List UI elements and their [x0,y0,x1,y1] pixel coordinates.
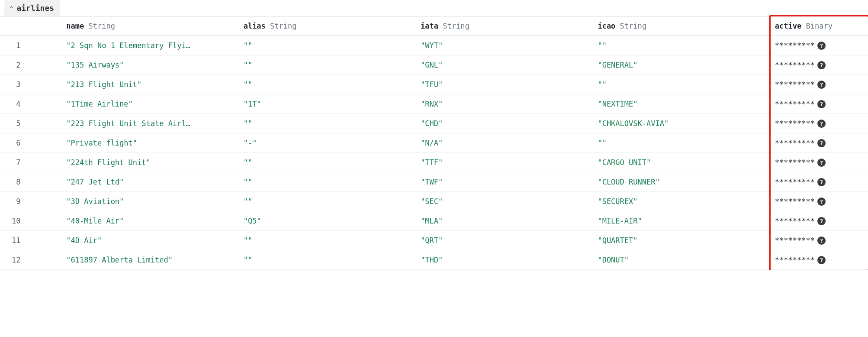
cell-active[interactable]: *********? [771,36,868,55]
cell-iata[interactable]: "RNX" [416,94,593,114]
cell-name[interactable]: "213 Flight Unit" [62,75,239,94]
cell-iata[interactable]: "TTF" [416,153,593,172]
help-icon[interactable]: ? [817,61,826,69]
cell-active[interactable]: *********? [771,75,868,94]
cell-name[interactable]: "223 Flight Unit State Airl… [62,114,239,133]
cell-iata[interactable]: "N/A" [416,133,593,153]
cell-iata[interactable]: "TWF" [416,172,593,192]
cell-icao[interactable]: "CLOUD RUNNER" [593,172,770,192]
spacer-cell [26,231,62,250]
spacer-cell [26,133,62,153]
cell-icao[interactable]: "NEXTIME" [593,94,770,114]
column-header-alias[interactable]: alias String [239,16,416,36]
cell-name[interactable]: "1Time Airline" [62,94,239,114]
cell-name[interactable]: "2 Sqn No 1 Elementary Flyi… [62,36,239,55]
table-row[interactable]: 2"135 Airways""""GNL""GENERAL"*********? [0,55,868,75]
row-number: 6 [0,133,26,153]
cell-active[interactable]: *********? [771,153,868,172]
cell-alias[interactable]: "" [239,36,416,55]
cell-active[interactable]: *********? [771,114,868,133]
cell-iata[interactable]: "THD" [416,250,593,270]
column-header-name[interactable]: name String [62,16,239,36]
table-row[interactable]: 12"611897 Alberta Limited""""THD""DONUT"… [0,250,868,270]
cell-iata[interactable]: "GNL" [416,55,593,75]
cell-active[interactable]: *********? [771,231,868,250]
cell-alias[interactable]: "" [239,114,416,133]
masked-value: ********* [775,256,815,264]
table-row[interactable]: 10"40-Mile Air""Q5""MLA""MILE-AIR"******… [0,211,868,231]
help-icon[interactable]: ? [817,237,826,245]
column-header-active[interactable]: active Binary [771,16,868,36]
spacer-cell [26,192,62,211]
table-row[interactable]: 1"2 Sqn No 1 Elementary Flyi…"""WYT"""**… [0,36,868,55]
help-icon[interactable]: ? [817,139,826,147]
cell-iata[interactable]: "SEC" [416,192,593,211]
cell-iata[interactable]: "TFU" [416,75,593,94]
help-icon[interactable]: ? [817,159,826,167]
cell-alias[interactable]: "" [239,75,416,94]
cell-alias[interactable]: "" [239,250,416,270]
help-icon[interactable]: ? [817,100,826,108]
column-header-iata[interactable]: iata String [416,16,593,36]
help-icon[interactable]: ? [817,42,826,50]
cell-icao[interactable]: "SECUREX" [593,192,770,211]
cell-alias[interactable]: "Q5" [239,211,416,231]
cell-iata[interactable]: "CHD" [416,114,593,133]
help-icon[interactable]: ? [817,198,826,206]
cell-alias[interactable]: "" [239,172,416,192]
cell-icao[interactable]: "GENERAL" [593,55,770,75]
cell-icao[interactable]: "" [593,36,770,55]
table-row[interactable]: 7"224th Flight Unit""""TTF""CARGO UNIT"*… [0,153,868,172]
help-icon[interactable]: ? [817,81,826,89]
table-row[interactable]: 6"Private flight""-""N/A"""*********? [0,133,868,153]
spacer-cell [26,250,62,270]
cell-active[interactable]: *********? [771,211,868,231]
help-icon[interactable]: ? [817,217,826,225]
cell-alias[interactable]: "" [239,192,416,211]
cell-icao[interactable]: "DONUT" [593,250,770,270]
cell-active[interactable]: *********? [771,250,868,270]
cell-icao[interactable]: "CHKALOVSK-AVIA" [593,114,770,133]
cell-active[interactable]: *********? [771,94,868,114]
cell-alias[interactable]: "" [239,153,416,172]
cell-iata[interactable]: "MLA" [416,211,593,231]
cell-active[interactable]: *********? [771,55,868,75]
masked-value: ********* [775,80,815,89]
table-row[interactable]: 11"4D Air""""QRT""QUARTET"*********? [0,231,868,250]
spacer-cell [26,55,62,75]
cell-name[interactable]: "40-Mile Air" [62,211,239,231]
table-row[interactable]: 9"3D Aviation""""SEC""SECUREX"*********? [0,192,868,211]
spacer-cell [26,172,62,192]
cell-name[interactable]: "611897 Alberta Limited" [62,250,239,270]
cell-icao[interactable]: "QUARTET" [593,231,770,250]
cell-active[interactable]: *********? [771,133,868,153]
cell-active[interactable]: *********? [771,192,868,211]
cell-iata[interactable]: "QRT" [416,231,593,250]
cell-name[interactable]: "135 Airways" [62,55,239,75]
table-row[interactable]: 3"213 Flight Unit""""TFU"""*********? [0,75,868,94]
cell-alias[interactable]: "" [239,55,416,75]
table-row[interactable]: 5"223 Flight Unit State Airl…"""CHD""CHK… [0,114,868,133]
cell-active[interactable]: *********? [771,172,868,192]
cell-name[interactable]: "4D Air" [62,231,239,250]
help-icon[interactable]: ? [817,178,826,186]
cell-iata[interactable]: "WYT" [416,36,593,55]
cell-alias[interactable]: "1T" [239,94,416,114]
column-header-icao[interactable]: icao String [593,16,770,36]
row-number: 7 [0,153,26,172]
help-icon[interactable]: ? [817,256,826,264]
cell-icao[interactable]: "" [593,133,770,153]
table-title[interactable]: ⌃ airlines [4,0,60,16]
cell-icao[interactable]: "CARGO UNIT" [593,153,770,172]
table-row[interactable]: 4"1Time Airline""1T""RNX""NEXTIME"******… [0,94,868,114]
cell-name[interactable]: "3D Aviation" [62,192,239,211]
cell-alias[interactable]: "-" [239,133,416,153]
cell-icao[interactable]: "MILE-AIR" [593,211,770,231]
cell-name[interactable]: "Private flight" [62,133,239,153]
cell-name[interactable]: "224th Flight Unit" [62,153,239,172]
cell-icao[interactable]: "" [593,75,770,94]
help-icon[interactable]: ? [817,120,826,128]
cell-name[interactable]: "247 Jet Ltd" [62,172,239,192]
table-row[interactable]: 8"247 Jet Ltd""""TWF""CLOUD RUNNER"*****… [0,172,868,192]
cell-alias[interactable]: "" [239,231,416,250]
